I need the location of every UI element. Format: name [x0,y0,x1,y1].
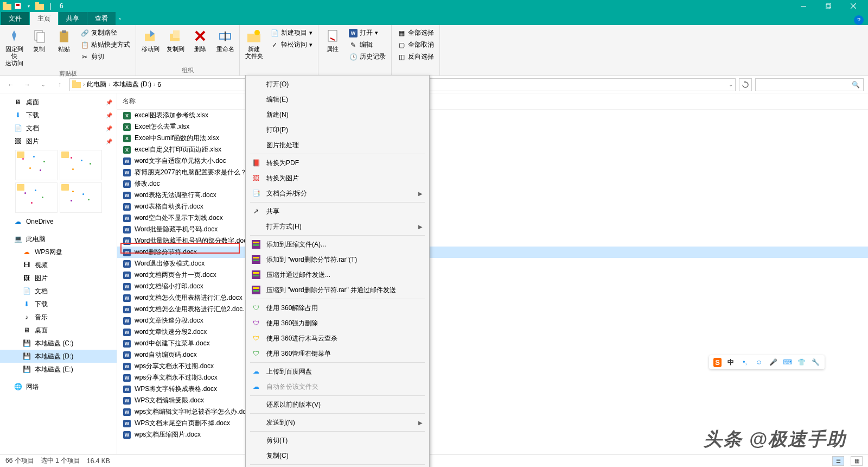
nav-onedrive[interactable]: ☁OneDrive [0,215,117,228]
thumb[interactable] [15,150,58,180]
history-button[interactable]: 🕓历史记录 [347,51,388,62]
file-row[interactable]: Xexcel图表添加参考线.xlsx [117,110,868,121]
nav-drive-e[interactable]: 💾本地磁盘 (E:) [0,363,117,376]
nav-videos[interactable]: 🎞视频 [0,258,117,272]
cm-edit[interactable]: 编辑(E) [246,92,429,107]
breadcrumb-this-pc[interactable]: 此电脑 [87,80,106,89]
recent-dropdown[interactable]: ⌄ [37,78,50,91]
refresh-button[interactable] [739,78,752,91]
cm-open-with[interactable]: 打开方式(H)▶ [246,219,429,234]
nav-downloads[interactable]: ⬇下载📌 [0,109,117,122]
ime-toolbar[interactable]: S 中 •, ☺ 🎤 ⌨ 👕 🔧 [709,355,825,369]
ime-emoji-icon[interactable]: ☺ [754,357,764,367]
properties-button[interactable]: 属性 [321,26,344,54]
file-row[interactable]: Wword中创建下拉菜单.docx [117,338,868,349]
view-details-button[interactable]: ☰ [832,456,844,466]
file-row[interactable]: Wword表格无法调整行高.docx [117,190,868,201]
file-row[interactable]: W修改.doc [117,178,868,190]
cm-360-trojan[interactable]: 🛡使用 360进行木马云查杀 [246,331,429,346]
file-row[interactable]: Wword文档两页合并一页.docx [117,269,868,281]
cm-new[interactable]: 新建(N) [246,107,429,122]
cm-upload-baidu[interactable]: ☁上传到百度网盘 [246,364,429,379]
file-row[interactable]: WWord退出修改模式.docx [117,258,868,269]
edit-button[interactable]: ✎编辑 [347,39,388,51]
pin-to-quick-access-button[interactable]: 固定到快 速访问 [2,26,26,68]
nav-desktop[interactable]: 🖥桌面📌 [0,96,117,109]
close-button[interactable] [841,0,866,12]
nav-wps[interactable]: ☁WPS网盘 [0,245,117,258]
tab-home[interactable]: 主页 [30,12,58,25]
file-row[interactable]: Wword空白处不显示下划线.docx [117,212,868,224]
file-row[interactable]: Wwps文档编辑文字时总被吞字怎么办.do… [117,406,868,418]
cm-open[interactable]: 打开(O) [246,77,429,92]
file-row[interactable]: WWord批量隐藏手机号码.docx [117,224,868,235]
move-to-button[interactable]: 移动到 [138,26,162,54]
file-row[interactable]: Xexcel自定义打印页面边距.xlsx [117,144,868,155]
ime-keyboard-icon[interactable]: ⌨ [782,357,792,367]
ime-toolbox-icon[interactable]: 🔧 [810,357,820,367]
view-icons-button[interactable]: ▦ [851,456,863,466]
nav-music[interactable]: ♪音乐 [0,311,117,324]
nav-network[interactable]: 🌐网络 [0,380,117,393]
forward-button[interactable]: → [21,78,34,91]
delete-button[interactable]: 删除 [188,26,212,54]
breadcrumb-drive[interactable]: 本地磁盘 (D:) [113,80,151,89]
nav-this-pc[interactable]: 💻此电脑 [0,232,117,245]
nav-documents[interactable]: 📄文档📌 [0,122,117,135]
easy-access-button[interactable]: ✓轻松访问 ▾ [268,39,315,51]
new-folder-button[interactable]: 新建 文件夹 [242,26,266,61]
file-row[interactable]: Wwps分享文档永不过期3.docx [117,372,868,383]
cut-button[interactable]: ✂剪切 [78,51,132,62]
ime-punct-icon[interactable]: •, [740,357,750,367]
cm-send-to[interactable]: 发送到(N)▶ [246,415,429,430]
cm-to-img[interactable]: 🖼转换为图片 [246,171,429,186]
paste-button[interactable]: 粘贴 [52,26,76,54]
file-row[interactable]: W赛博朋克2077的电脑配置要求是什么？.… [117,167,868,178]
file-row[interactable]: Wword文档缩小打印.docx [117,281,868,292]
file-row[interactable]: Wword文章快速分段.docx [117,315,868,326]
nav-drive-d[interactable]: 💾本地磁盘 (D:) [0,350,117,363]
cm-add-rar[interactable]: 添加到 "word删除分节符.rar"(T) [246,252,429,267]
ime-voice-icon[interactable]: 🎤 [768,357,778,367]
paste-shortcut-button[interactable]: 📋粘贴快捷方式 [78,39,132,51]
copy-path-button[interactable]: 🔗复制路径 [78,27,132,39]
nav-documents2[interactable]: 📄文档 [0,285,117,298]
tab-view[interactable]: 查看 [87,12,116,25]
cm-share[interactable]: ↗共享 [246,204,429,219]
file-row[interactable]: Wword文档怎么使用表格进行汇总.docx [117,292,868,304]
ime-skin-icon[interactable]: 👕 [796,357,806,367]
nav-pictures[interactable]: 🖼图片📌 [0,135,117,148]
copy-to-button[interactable]: 复制到 [163,26,187,54]
open-button[interactable]: W打开 ▾ [347,27,388,39]
minimize-button[interactable] [791,0,816,12]
new-item-button[interactable]: 📄新建项目 ▾ [268,27,315,39]
maximize-button[interactable] [816,0,841,12]
cm-print[interactable]: 打印(P) [246,122,429,137]
file-row[interactable]: Wword文章快速分段2.docx [117,326,868,338]
file-row[interactable]: XExcel中Sumif函数的用法.xlsx [117,132,868,144]
cm-add-archive[interactable]: 添加到压缩文件(A)... [246,237,429,252]
nav-drive-c[interactable]: 💾本地磁盘 (C:) [0,337,117,350]
column-header-name[interactable]: 名称 [117,93,868,110]
rename-button[interactable]: 重命名 [213,26,237,54]
cm-batch-img[interactable]: 图片批处理 [246,137,429,153]
nav-pictures2[interactable]: 🖼图片 [0,272,117,285]
cm-360-menu[interactable]: 🛡使用 360管理右键菜单 [246,346,429,361]
file-row[interactable]: Wword文档怎么使用表格进行汇总2.doc… [117,304,868,315]
file-row[interactable]: Wword表格自动换行.docx [117,201,868,212]
select-all-button[interactable]: ▦全部选择 [395,27,436,39]
cm-compress-mail[interactable]: 压缩并通过邮件发送... [246,267,429,282]
cm-copy[interactable]: 复制(C) [246,448,429,463]
help-icon[interactable]: ? [854,15,864,25]
cm-cut[interactable]: 剪切(T) [246,433,429,448]
tab-share[interactable]: 共享 [59,12,87,25]
breadcrumb-folder[interactable]: 6 [157,81,161,89]
addr-dropdown-icon[interactable]: ⌄ [729,81,733,87]
file-row[interactable]: Wword删除分节符.docx [117,247,868,258]
back-button[interactable]: ← [4,78,17,91]
file-row[interactable]: XExcel怎么去重.xlsx [117,121,868,132]
qat-dropdown-icon[interactable]: ▾ [24,1,34,11]
ribbon-collapse-icon[interactable]: ˄ [116,17,124,25]
thumb[interactable] [60,150,102,180]
copy-button[interactable]: 复制 [27,26,51,54]
